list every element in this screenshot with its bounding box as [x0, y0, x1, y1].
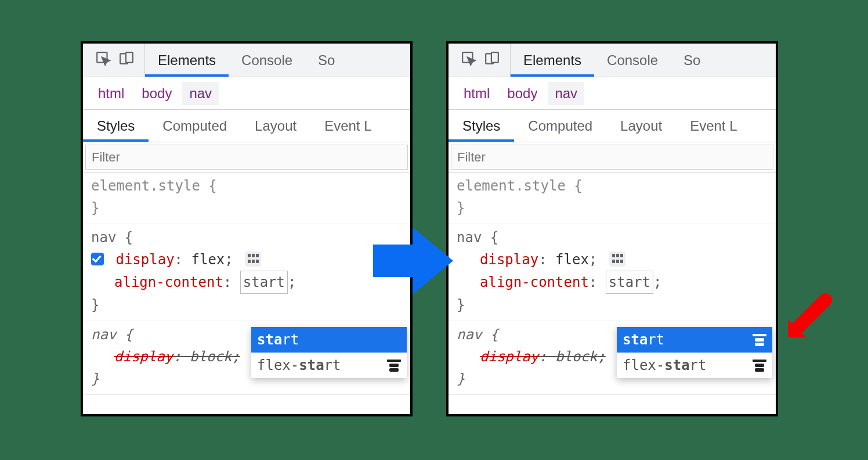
- override-display-prop: display: [114, 348, 173, 365]
- subtab-computed[interactable]: Computed: [514, 110, 606, 142]
- styles-code: element.style { } nav { display: flex; a…: [449, 172, 776, 395]
- breadcrumb: html body nav: [449, 77, 776, 110]
- align-prop[interactable]: align-content: [480, 274, 589, 290]
- filter-input[interactable]: [451, 145, 773, 170]
- element-style-close: }: [457, 197, 768, 219]
- align-prop[interactable]: align-content: [114, 274, 223, 290]
- crumb-body[interactable]: body: [500, 82, 544, 105]
- styles-subtabs: Styles Computed Layout Event L: [449, 110, 776, 142]
- filter-input[interactable]: [85, 145, 408, 170]
- element-style-rule[interactable]: element.style { }: [449, 172, 776, 224]
- top-tabs: Elements Console So: [83, 44, 410, 77]
- device-toggle-icon[interactable]: [119, 51, 134, 70]
- align-line: align-content: start;: [457, 271, 768, 294]
- nav-rule-close: }: [91, 294, 402, 316]
- display-line: display: flex;: [457, 249, 768, 271]
- filter-row: [83, 142, 410, 172]
- nav-rule[interactable]: nav { display: flex; align-content: star…: [83, 224, 410, 321]
- styles-code: element.style { } nav { display: flex; a…: [83, 172, 410, 395]
- display-prop[interactable]: display: [480, 251, 538, 268]
- property-checkbox[interactable]: [91, 253, 104, 265]
- display-prop[interactable]: display: [115, 251, 174, 268]
- subtab-layout[interactable]: Layout: [241, 110, 310, 142]
- element-style-rule[interactable]: element.style { }: [83, 172, 410, 224]
- tab-elements[interactable]: Elements: [511, 44, 594, 77]
- align-start-icon: [753, 360, 766, 371]
- element-style-open: element.style {: [457, 175, 768, 197]
- nav-rule-open: nav {: [91, 227, 402, 249]
- option-text: flex-start: [623, 354, 707, 376]
- option-text: start: [623, 329, 664, 351]
- autocomplete-row-flex-start[interactable]: flex-start: [251, 353, 407, 378]
- align-valbox[interactable]: start: [606, 271, 653, 294]
- device-toggle-icon[interactable]: [484, 51, 500, 70]
- align-start-icon: [753, 334, 766, 346]
- override-display-val: block: [190, 348, 232, 365]
- crumb-body[interactable]: body: [135, 82, 179, 105]
- crumb-html[interactable]: html: [91, 82, 131, 105]
- filter-row: [449, 142, 776, 172]
- crumb-html[interactable]: html: [457, 82, 497, 105]
- align-valbox[interactable]: start: [240, 271, 288, 294]
- red-callout-arrow-icon: [778, 292, 834, 350]
- svg-rect-2: [126, 52, 133, 62]
- nav-rule-close: }: [457, 294, 768, 316]
- option-text: start: [257, 329, 299, 351]
- tab-sources[interactable]: So: [305, 44, 348, 77]
- crumb-nav[interactable]: nav: [548, 82, 584, 105]
- subtab-styles[interactable]: Styles: [83, 110, 149, 142]
- autocomplete-popup: start flex-start: [251, 327, 407, 378]
- display-val[interactable]: flex: [555, 251, 589, 268]
- nav-rule-open: nav {: [457, 227, 768, 249]
- flex-badge-icon[interactable]: [245, 251, 261, 267]
- autocomplete-row-flex-start[interactable]: flex-start: [617, 353, 772, 378]
- option-text: flex-start: [257, 354, 341, 376]
- styles-subtabs: Styles Computed Layout Event L: [83, 110, 410, 142]
- tab-elements[interactable]: Elements: [145, 44, 229, 77]
- autocomplete-row-start[interactable]: start: [251, 327, 407, 353]
- select-element-icon[interactable]: [96, 51, 111, 70]
- display-val[interactable]: flex: [191, 251, 225, 268]
- subtab-layout[interactable]: Layout: [606, 110, 676, 142]
- svg-rect-5: [491, 52, 498, 62]
- nav-rule[interactable]: nav { display: flex; align-content: star…: [449, 224, 776, 321]
- devtools-iconbox: [83, 44, 145, 77]
- override-display-prop: display: [480, 348, 538, 365]
- devtools-panel-after: Elements Console So html body nav Styles…: [446, 41, 778, 416]
- element-style-open: element.style {: [91, 175, 402, 197]
- override-display-val: block: [555, 348, 597, 365]
- select-element-icon[interactable]: [461, 51, 476, 70]
- align-line: align-content: start;: [91, 271, 402, 294]
- subtab-events[interactable]: Event L: [310, 110, 385, 142]
- subtab-events[interactable]: Event L: [676, 110, 751, 142]
- tab-console[interactable]: Console: [594, 44, 671, 77]
- align-start-icon: [387, 360, 401, 371]
- breadcrumb: html body nav: [83, 77, 410, 110]
- devtools-iconbox: [449, 44, 511, 77]
- subtab-styles[interactable]: Styles: [449, 110, 514, 142]
- top-tabs: Elements Console So: [449, 44, 776, 77]
- flex-badge-icon[interactable]: [609, 251, 625, 267]
- element-style-close: }: [91, 197, 402, 219]
- autocomplete-popup: start flex-start: [617, 327, 772, 378]
- tab-sources[interactable]: So: [671, 44, 713, 77]
- devtools-panel-before: Elements Console So html body nav Styles…: [81, 41, 413, 416]
- autocomplete-row-start[interactable]: start: [617, 327, 772, 353]
- display-line: display: flex;: [81, 249, 402, 271]
- subtab-computed[interactable]: Computed: [149, 110, 241, 142]
- crumb-nav[interactable]: nav: [182, 82, 219, 105]
- tab-console[interactable]: Console: [229, 44, 305, 77]
